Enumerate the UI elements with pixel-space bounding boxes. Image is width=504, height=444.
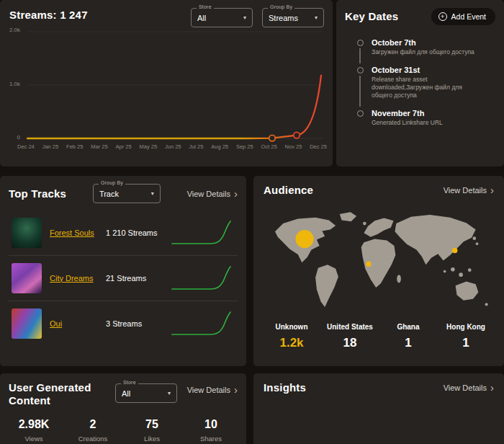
- audience-dot-ghana: [366, 261, 371, 266]
- timeline-event: October 31st Release share asset downloa…: [355, 66, 495, 109]
- track-row: Forest Souls 1 210 Streams: [9, 210, 238, 256]
- event-date: October 31st: [372, 66, 484, 74]
- event-description: Загружен файл для общего доступа: [372, 48, 474, 56]
- key-dates-title: Key Dates: [345, 10, 398, 23]
- audience-stat: Unknown 1.2k: [269, 323, 314, 350]
- insights-view-details-link[interactable]: View Details ›: [444, 383, 494, 392]
- audience-stat-value: 1: [444, 336, 488, 350]
- track-link-forest-souls[interactable]: Forest Souls: [50, 228, 106, 238]
- streams-panel: Streams: 1 247 Store All ▾ Group By Stre…: [0, 0, 333, 166]
- streams-title: Streams: 1 247: [9, 9, 88, 22]
- audience-stats: Unknown 1.2k United States 18 Ghana 1 Ho…: [264, 323, 494, 350]
- audience-title: Audience: [264, 184, 313, 197]
- ugc-store-select-label: Store: [121, 380, 138, 385]
- streams-line-chart: [3, 23, 328, 147]
- event-date: November 7th: [372, 109, 443, 117]
- timeline-circle-icon: [357, 110, 364, 117]
- x-tick: Feb 25: [66, 143, 83, 150]
- timeline-connector: [359, 76, 361, 107]
- ugc-stat: 75 Likes: [135, 418, 168, 443]
- track-sparkline: [170, 264, 233, 293]
- x-tick: Apr 25: [116, 143, 132, 150]
- ugc-stat-label: Views: [17, 435, 50, 443]
- add-event-label: Add Event: [451, 12, 486, 21]
- insights-title: Insights: [264, 381, 306, 394]
- album-art-forest-souls: [12, 218, 42, 248]
- track-row: City Dreams 21 Streams: [9, 256, 238, 301]
- top-tracks-title: Top Tracks: [9, 187, 66, 200]
- chart-marker-0: [269, 135, 276, 141]
- x-tick: May 25: [139, 143, 157, 150]
- album-art-oui: [12, 308, 42, 339]
- chevron-right-icon: ›: [490, 187, 494, 194]
- store-select-label: Store: [197, 4, 214, 9]
- track-link-oui[interactable]: Oui: [50, 319, 106, 329]
- track-link-city-dreams[interactable]: City Dreams: [50, 273, 106, 283]
- x-tick: Dec 25: [310, 143, 327, 150]
- streams-chart: [3, 23, 328, 147]
- album-art-city-dreams: [12, 263, 42, 293]
- x-tick: Mar 25: [91, 143, 107, 150]
- ugc-stat: 2.98K Views: [17, 418, 50, 443]
- audience-dot-hong-kong: [452, 248, 457, 253]
- group-by-select-label: Group By: [268, 4, 294, 9]
- ugc-stat-value: 2.98K: [17, 418, 50, 431]
- view-details-label: View Details: [444, 383, 487, 392]
- track-row: Oui 3 Streams: [9, 301, 238, 346]
- audience-stat-value: 1.2k: [269, 336, 314, 350]
- audience-dot-united-states: [295, 230, 313, 248]
- audience-stat-value: 1: [386, 336, 431, 350]
- store-select-value: All: [197, 14, 236, 22]
- event-description: Generated Linkshare URL: [372, 119, 443, 127]
- chevron-down-icon: ▾: [315, 14, 318, 21]
- key-dates-panel: Key Dates + Add Event October 7th Загруж…: [336, 0, 504, 166]
- audience-stat: United States 18: [327, 323, 373, 350]
- ugc-stat: 2 Creations: [76, 418, 109, 443]
- track-stream-count: 1 210 Streams: [106, 228, 170, 237]
- key-dates-timeline: October 7th Загружен файл для общего дос…: [345, 38, 495, 136]
- ugc-stat-label: Shares: [194, 435, 228, 443]
- group-by-select-value: Streams: [269, 14, 307, 22]
- ugc-view-details-link[interactable]: View Details ›: [187, 386, 238, 394]
- x-axis-labels: Dec 24 Jan 25 Feb 25 Mar 25 Apr 25 May 2…: [17, 143, 327, 150]
- audience-view-details-link[interactable]: View Details ›: [444, 186, 494, 195]
- audience-stat-label: Hong Kong: [444, 323, 488, 331]
- track-group-by-value: Track: [99, 190, 144, 198]
- timeline-event: October 7th Загружен файл для общего дос…: [355, 38, 495, 66]
- ugc-stat-value: 10: [194, 418, 228, 431]
- audience-stat: Hong Kong 1: [444, 323, 488, 350]
- ugc-title: User Generated Content: [9, 381, 115, 407]
- add-event-button[interactable]: + Add Event: [431, 8, 495, 25]
- chevron-down-icon: ▾: [168, 390, 171, 396]
- x-tick: Jan 25: [42, 143, 59, 150]
- top-tracks-view-details-link[interactable]: View Details ›: [187, 190, 238, 198]
- track-list: Forest Souls 1 210 Streams City Dreams 2…: [9, 210, 238, 346]
- chevron-down-icon: ▾: [151, 190, 154, 197]
- timeline-event: November 7th Generated Linkshare URL: [355, 109, 495, 136]
- world-map: [264, 208, 493, 316]
- audience-stat-label: United States: [327, 323, 373, 331]
- ugc-stat-label: Creations: [76, 435, 109, 443]
- timeline-rail: [355, 38, 365, 66]
- track-stream-count: 21 Streams: [106, 274, 170, 283]
- view-details-label: View Details: [187, 386, 230, 394]
- timeline-rail: [355, 109, 365, 136]
- x-tick: Aug 25: [211, 143, 228, 150]
- ugc-panel: User Generated Content Store All ▾ View …: [0, 373, 246, 444]
- top-tracks-panel: Top Tracks Group By Track ▾ View Details…: [0, 176, 246, 366]
- ugc-stats: 2.98K Views 2 Creations 75 Likes 10 Shar…: [9, 418, 238, 443]
- x-tick: Jul 25: [189, 143, 203, 150]
- chevron-right-icon: ›: [234, 190, 238, 197]
- plus-icon: +: [438, 12, 447, 21]
- timeline-circle-icon: [357, 67, 364, 74]
- ugc-stat: 10 Shares: [194, 418, 228, 443]
- audience-stat-label: Ghana: [386, 323, 431, 331]
- audience-panel: Audience View Details ›: [253, 176, 504, 366]
- ugc-store-select[interactable]: Store All ▾: [115, 383, 177, 403]
- x-tick: Jun 25: [165, 143, 181, 150]
- chart-marker-1: [294, 132, 300, 138]
- audience-stat-label: Unknown: [269, 323, 314, 331]
- track-group-by-select[interactable]: Group By Track ▾: [93, 184, 161, 203]
- audience-stat: Ghana 1: [386, 323, 431, 350]
- track-sparkline: [170, 309, 233, 338]
